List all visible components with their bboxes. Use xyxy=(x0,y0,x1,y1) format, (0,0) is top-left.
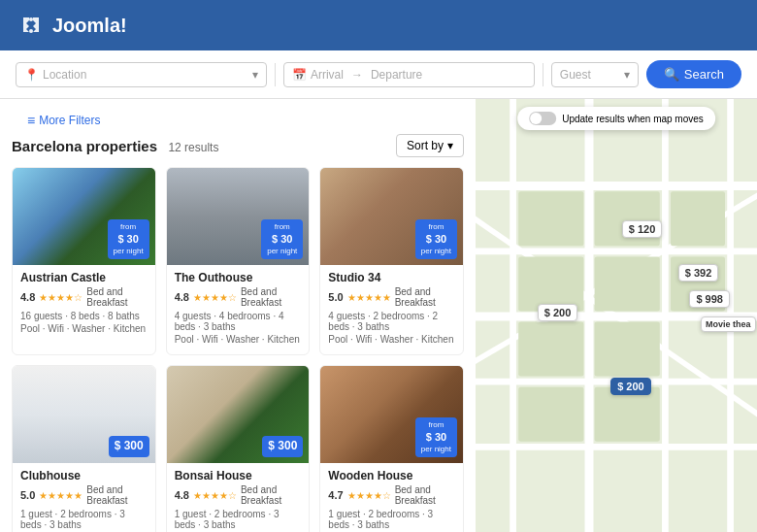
rating-number: 4.8 xyxy=(20,291,35,303)
property-type: Bed and Breakfast xyxy=(395,484,455,506)
map-price-120[interactable]: $ 120 xyxy=(622,220,663,238)
property-grid: from $ 30 per night Austrian Castle 4.8 … xyxy=(12,167,464,532)
star-filled: ★ xyxy=(356,292,365,303)
property-info: Clubhouse 5.0 ★★★★★ Bed and Breakfast 1 … xyxy=(13,463,155,532)
price-amount: $ 300 xyxy=(115,439,144,454)
search-label: Search xyxy=(684,67,724,82)
joomla-icon xyxy=(16,10,47,41)
svg-rect-20 xyxy=(595,322,660,377)
star-filled: ★ xyxy=(382,292,391,303)
panel-header: Barcelona properties 12 results Sort by … xyxy=(12,134,464,157)
property-rating: 4.8 ★★★★☆ Bed and Breakfast xyxy=(175,484,302,506)
property-image: $ 300 xyxy=(167,366,310,463)
price-badge: from $ 30 per night xyxy=(415,417,457,457)
price-badge: $ 300 xyxy=(262,436,303,457)
map-toggle[interactable]: Update results when map moves xyxy=(517,107,715,130)
star-filled: ★ xyxy=(56,292,65,303)
rating-number: 5.0 xyxy=(328,291,343,303)
results-count: 12 results xyxy=(168,141,218,154)
guest-placeholder: Guest xyxy=(560,68,591,82)
map-price-998[interactable]: $ 998 xyxy=(689,290,730,308)
search-icon: 🔍 xyxy=(664,67,679,82)
property-card-prop3[interactable]: from $ 30 per night Studio 34 5.0 ★★★★★ … xyxy=(319,167,464,355)
svg-point-1 xyxy=(29,17,33,21)
svg-point-2 xyxy=(29,29,33,33)
sort-button[interactable]: Sort by ▾ xyxy=(396,134,464,157)
price-badge: from $ 30 per night xyxy=(415,219,457,259)
property-info: The Outhouse 4.8 ★★★★☆ Bed and Breakfast… xyxy=(167,265,310,354)
property-info: Bonsai House 4.8 ★★★★☆ Bed and Breakfast… xyxy=(167,463,310,532)
arrival-placeholder: Arrival xyxy=(311,68,344,82)
guest-chevron-icon: ▾ xyxy=(624,68,630,82)
property-details: 16 guests · 8 beds · 8 baths xyxy=(20,311,148,321)
property-image: from $ 30 per night xyxy=(320,168,463,265)
property-name: Wooden House xyxy=(328,469,455,482)
main-content: ≡ More Filters Barcelona properties 12 r… xyxy=(0,99,757,532)
map-price-392[interactable]: $ 392 xyxy=(678,264,719,282)
star-filled: ★ xyxy=(193,292,202,303)
property-info: Austrian Castle 4.8 ★★★★☆ Bed and Breakf… xyxy=(13,265,155,344)
property-name: Bonsai House xyxy=(175,469,302,482)
price-badge: from $ 30 per night xyxy=(108,219,149,259)
location-field[interactable]: 📍 Location ▾ xyxy=(16,62,267,87)
star-half: ☆ xyxy=(382,490,391,501)
stars-display: ★★★★☆ xyxy=(347,490,391,501)
search-bar: 📍 Location ▾ 📅 Arrival → Departure Guest… xyxy=(0,50,757,99)
property-card-prop4[interactable]: $ 300 Clubhouse 5.0 ★★★★★ Bed and Breakf… xyxy=(12,365,156,532)
star-filled: ★ xyxy=(39,490,48,501)
property-type: Bed and Breakfast xyxy=(86,286,147,308)
sort-chevron-icon: ▾ xyxy=(447,139,453,152)
property-amenities: Pool · Wifi · Washer · Kitchen xyxy=(328,334,455,345)
search-button[interactable]: 🔍 Search xyxy=(646,60,741,88)
map-toggle-label: Update results when map moves xyxy=(562,114,704,124)
star-filled: ★ xyxy=(202,490,211,501)
property-type: Bed and Breakfast xyxy=(241,484,301,506)
logo: Joomla! xyxy=(16,10,127,41)
svg-rect-0 xyxy=(16,10,47,41)
property-card-prop2[interactable]: from $ 30 per night The Outhouse 4.8 ★★★… xyxy=(166,167,311,355)
property-details: 4 guests · 4 bedrooms · 4 beds · 3 baths xyxy=(175,311,302,332)
star-filled: ★ xyxy=(219,292,228,303)
price-badge: $ 300 xyxy=(109,436,149,457)
property-type: Bed and Breakfast xyxy=(395,286,455,308)
svg-rect-18 xyxy=(595,256,660,311)
departure-placeholder: Departure xyxy=(371,68,422,82)
price-badge: from $ 30 per night xyxy=(261,219,303,259)
map-price-movie[interactable]: Movie thea xyxy=(701,316,756,332)
logo-text: Joomla! xyxy=(52,15,127,37)
property-info: Wooden House 4.7 ★★★★☆ Bed and Breakfast… xyxy=(320,463,463,532)
property-image: from $ 30 per night xyxy=(320,366,463,463)
divider1 xyxy=(275,63,276,86)
stars-display: ★★★★★ xyxy=(347,292,391,303)
toggle-switch[interactable] xyxy=(529,112,556,125)
per-night-label: per night xyxy=(421,445,451,454)
svg-rect-21 xyxy=(671,191,725,246)
guest-field[interactable]: Guest ▾ xyxy=(551,62,639,87)
per-night-label: per night xyxy=(421,247,451,256)
property-card-prop6[interactable]: from $ 30 per night Wooden House 4.7 ★★★… xyxy=(319,365,464,532)
star-filled: ★ xyxy=(74,490,82,501)
property-rating: 4.8 ★★★★☆ Bed and Breakfast xyxy=(175,286,302,308)
toggle-knob xyxy=(530,113,542,124)
arrival-field[interactable]: 📅 Arrival → Departure xyxy=(283,62,535,87)
star-half: ☆ xyxy=(228,292,237,303)
property-type: Bed and Breakfast xyxy=(241,286,301,308)
property-card-prop1[interactable]: from $ 30 per night Austrian Castle 4.8 … xyxy=(12,167,156,355)
map-price-200a[interactable]: $ 200 xyxy=(538,304,578,321)
property-name: The Outhouse xyxy=(175,271,302,284)
more-filters-button[interactable]: ≡ More Filters xyxy=(12,107,464,134)
star-filled: ★ xyxy=(48,292,56,303)
price-amount: $ 300 xyxy=(268,439,297,454)
property-details: 4 guests · 2 bedrooms · 2 beds · 3 baths xyxy=(328,311,455,332)
property-rating: 4.8 ★★★★☆ Bed and Breakfast xyxy=(20,286,148,308)
more-filters-label: More Filters xyxy=(39,114,100,127)
from-label: from xyxy=(421,222,451,232)
star-filled: ★ xyxy=(65,292,74,303)
panel-title: Barcelona properties xyxy=(12,138,157,154)
property-card-prop5[interactable]: $ 300 Bonsai House 4.8 ★★★★☆ Bed and Bre… xyxy=(166,365,311,532)
rating-number: 4.8 xyxy=(175,489,189,501)
property-details: 1 guest · 2 bedrooms · 3 beds · 3 baths xyxy=(175,509,302,530)
star-filled: ★ xyxy=(347,292,356,303)
map-price-200b[interactable]: $ 200 xyxy=(610,378,651,395)
property-amenities: Pool · Wifi · Washer · Kitchen xyxy=(20,323,148,334)
